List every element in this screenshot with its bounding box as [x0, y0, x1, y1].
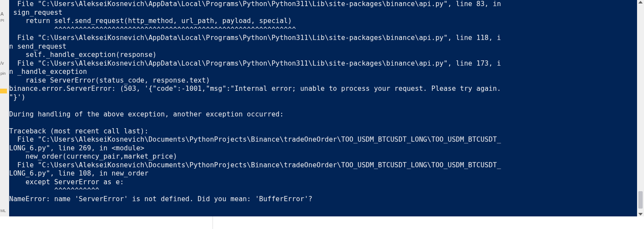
scrollbar-thumb[interactable]	[638, 191, 643, 209]
ide-bottom-strip	[0, 216, 644, 229]
gutter-label-pin: pin	[0, 71, 6, 76]
vertical-scrollbar[interactable]	[637, 0, 644, 216]
scroll-down-icon[interactable]	[638, 213, 643, 216]
gutter-label-pi: PI	[0, 18, 4, 23]
gutter-label-v: /v	[0, 61, 4, 66]
ide-gutter: A PI /v pin ML	[0, 0, 9, 229]
gutter-label-a: A	[0, 11, 3, 17]
terminal-output: File "C:\Users\AlekseiKosnevich\AppData\…	[9, 0, 637, 203]
powershell-terminal[interactable]: File "C:\Users\AlekseiKosnevich\AppData\…	[9, 0, 637, 216]
bottom-pane-divider[interactable]	[212, 216, 213, 229]
gutter-label-ml: ML	[0, 209, 6, 213]
scroll-up-icon[interactable]	[638, 1, 643, 3]
gutter-marker	[0, 89, 7, 93]
